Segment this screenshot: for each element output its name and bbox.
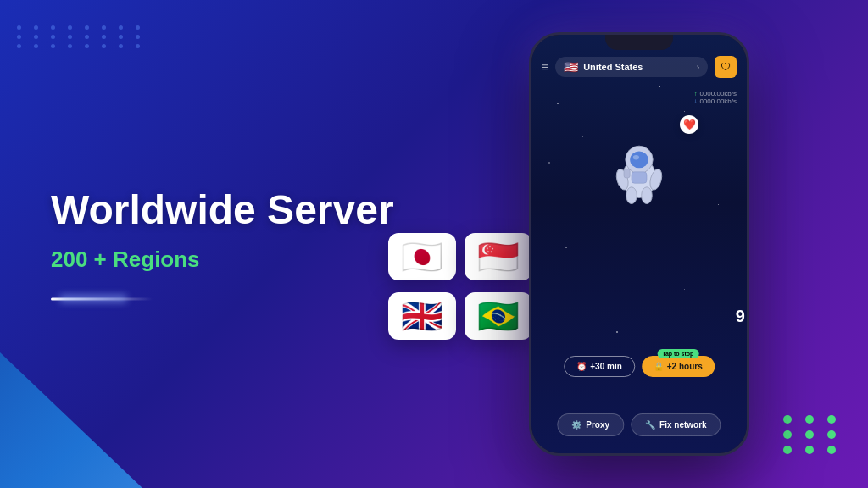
divider [51, 297, 153, 300]
countdown-display: 9 : [736, 307, 747, 326]
chevron-right-icon: › [697, 63, 699, 72]
decorative-triangle [0, 319, 237, 488]
flag-uk: 🇬🇧 [401, 297, 443, 336]
svg-rect-8 [632, 172, 647, 184]
shield-icon[interactable]: 🛡 [715, 56, 737, 78]
upload-arrow-icon: ↑ [693, 90, 697, 97]
svg-point-3 [633, 155, 639, 159]
astronaut-area: ❤️ [588, 119, 690, 221]
country-name: United States [583, 62, 691, 72]
svg-rect-9 [624, 169, 630, 178]
flag-brazil: 🇧🇷 [477, 297, 520, 336]
country-selector[interactable]: 🇺🇸 United States › [555, 57, 708, 77]
phone-notch [605, 35, 673, 50]
upload-speed: 0000.00kb/s [699, 90, 737, 97]
flag-card-uk[interactable]: 🇬🇧 [388, 292, 456, 340]
countdown-value: 9 : [736, 307, 747, 326]
background-dots-topleft [17, 25, 147, 48]
proxy-label: Proxy [586, 420, 609, 430]
speed-stats: ↑ 0000.00kb/s ↓ 0000.00kb/s [693, 90, 737, 105]
speed-download: ↓ 0000.00kb/s [693, 97, 737, 105]
phone-body: ≡ 🇺🇸 United States › 🛡 ↑ 0000.00kb/s [529, 32, 749, 456]
download-speed: 0000.00kb/s [699, 97, 737, 105]
timer-2hours-label: +2 hours [667, 362, 703, 371]
timer-2hours-button[interactable]: Tap to stop 🔒 +2 hours [642, 356, 715, 377]
speech-bubble: ❤️ [680, 115, 698, 134]
flag-card-japan[interactable]: 🇯🇵 [388, 233, 456, 280]
fix-network-label: Fix network [659, 420, 707, 430]
background-dots-bottomright [783, 415, 843, 454]
subtitle: 200 + Regions [51, 246, 394, 272]
phone-mockup: ≡ 🇺🇸 United States › 🛡 ↑ 0000.00kb/s [529, 32, 749, 456]
proxy-button[interactable]: ⚙️ Proxy [557, 413, 624, 436]
phone-screen: ≡ 🇺🇸 United States › 🛡 ↑ 0000.00kb/s [531, 35, 747, 453]
timer-30min-label: +30 min [590, 362, 622, 371]
tap-to-stop-label: Tap to stop [657, 349, 698, 358]
timer-icon: ⏰ [576, 362, 587, 371]
flag-card-brazil[interactable]: 🇧🇷 [465, 292, 532, 340]
divider-glow [59, 295, 127, 302]
shield-emoji: 🛡 [721, 61, 731, 73]
proxy-icon: ⚙️ [571, 420, 581, 430]
speed-upload: ↑ 0000.00kb/s [693, 90, 737, 97]
timer-row: ⏰ +30 min Tap to stop 🔒 +2 hours [564, 356, 715, 377]
astronaut-svg [601, 132, 677, 208]
phone-header: ≡ 🇺🇸 United States › 🛡 [542, 56, 737, 78]
hamburger-icon[interactable]: ≡ [542, 60, 548, 74]
flag-japan: 🇯🇵 [401, 237, 443, 277]
svg-point-6 [626, 187, 637, 204]
flag-singapore: 🇸🇬 [477, 237, 520, 277]
download-arrow-icon: ↓ [693, 97, 697, 105]
timer-30min-button[interactable]: ⏰ +30 min [564, 356, 635, 377]
bottom-buttons: ⚙️ Proxy 🔧 Fix network [557, 413, 721, 436]
main-title: Worldwide Server [51, 188, 394, 233]
flag-card-singapore[interactable]: 🇸🇬 [465, 233, 532, 280]
fix-network-icon: 🔧 [645, 420, 655, 430]
svg-point-2 [630, 152, 648, 169]
lock-icon: 🔒 [654, 362, 664, 371]
svg-point-7 [642, 187, 653, 204]
fix-network-button[interactable]: 🔧 Fix network [631, 413, 721, 436]
country-flag: 🇺🇸 [564, 60, 578, 74]
left-content: Worldwide Server 200 + Regions [51, 188, 394, 301]
